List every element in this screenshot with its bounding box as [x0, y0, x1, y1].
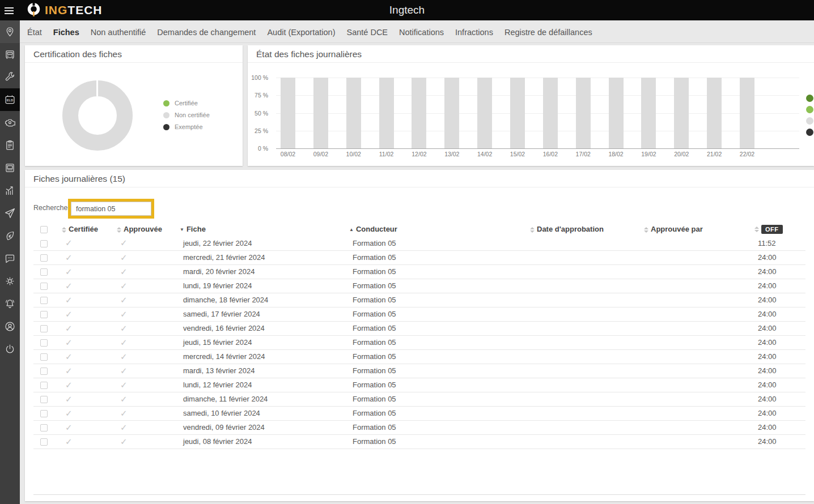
sidebar-item-settings[interactable] — [0, 270, 20, 292]
sidebar-item-profile[interactable] — [0, 315, 20, 338]
tab-notifications[interactable]: Notifications — [393, 22, 450, 42]
conducteur-name: Formation 05 — [346, 434, 527, 449]
tab-registre-de-defaillances[interactable]: Registre de défaillances — [499, 22, 598, 42]
fiche-date: samedi, 17 février 2024 — [176, 307, 346, 321]
sidebar-item-terminal[interactable] — [0, 156, 20, 179]
off-duration: 24:00 — [751, 250, 805, 264]
bar-13-02 — [444, 78, 459, 148]
fiche-date: mercredi, 21 février 2024 — [176, 250, 346, 264]
row-checkbox[interactable] — [40, 325, 48, 332]
row-checkbox[interactable] — [40, 297, 48, 304]
table-row[interactable]: ✓✓jeudi, 08 février 2024Formation 0524:0… — [33, 434, 805, 449]
column-header-approved[interactable]: Approuvée — [113, 222, 176, 236]
table-row[interactable]: ✓✓samedi, 10 février 2024Formation 0524:… — [33, 406, 805, 420]
table-row[interactable]: ✓✓dimanche, 18 février 2024Formation 052… — [33, 293, 805, 307]
sidebar-item-logout[interactable] — [0, 338, 20, 360]
certification-legend: CertifiéeNon certifiéeExemptée — [163, 100, 210, 135]
table-row[interactable]: ✓✓mardi, 13 février 2024Formation 0524:0… — [33, 364, 805, 378]
approved-check-icon: ✓ — [120, 323, 128, 333]
row-checkbox[interactable] — [40, 240, 48, 247]
tab-non-authentifie[interactable]: Non authentifié — [85, 22, 152, 42]
table-row[interactable]: ✓✓mardi, 20 février 2024Formation 0524:0… — [33, 264, 805, 279]
bar-17-02 — [576, 78, 591, 148]
row-checkbox[interactable] — [40, 382, 48, 389]
column-header-approuvee-par[interactable]: Approuvée par — [641, 222, 751, 236]
row-checkbox[interactable] — [40, 353, 48, 361]
table-row[interactable]: ✓✓samedi, 17 février 2024Formation 0524:… — [33, 307, 805, 321]
certified-check-icon: ✓ — [65, 253, 73, 262]
row-checkbox[interactable] — [40, 410, 48, 417]
sidebar-item-vehicles[interactable] — [0, 43, 20, 66]
row-checkbox[interactable] — [40, 339, 48, 347]
table-row[interactable]: ✓✓lundi, 19 février 2024Formation 0524:0… — [33, 279, 805, 293]
x-axis-tick: 11/02 — [374, 151, 400, 157]
table-row[interactable]: ✓✓vendredi, 16 février 2024Formation 052… — [33, 321, 805, 335]
y-axis-tick: 25 % — [248, 127, 268, 134]
approved-check-icon: ✓ — [120, 422, 128, 432]
chat-icon — [4, 253, 16, 264]
conducteur-name: Formation 05 — [346, 264, 527, 279]
row-checkbox[interactable] — [40, 283, 48, 290]
row-checkbox[interactable] — [40, 424, 48, 432]
row-checkbox[interactable] — [40, 254, 48, 262]
date-approbation — [527, 264, 641, 279]
row-checkbox[interactable] — [40, 311, 48, 318]
select-all-header[interactable] — [33, 222, 58, 236]
row-checkbox[interactable] — [40, 368, 48, 375]
column-header-fiche[interactable]: ▼Fiche — [176, 222, 346, 236]
x-axis-tick: 18/02 — [603, 151, 629, 157]
row-checkbox[interactable] — [40, 268, 48, 276]
column-header-date-approbation[interactable]: Date d'approbation — [527, 222, 641, 236]
conducteur-name: Formation 05 — [346, 293, 527, 307]
sidebar-item-alerts[interactable] — [0, 292, 20, 315]
sidebar-item-dispatch[interactable] — [0, 202, 20, 224]
tab-sante-dce[interactable]: Santé DCE — [341, 22, 394, 42]
legend-dot-icon — [163, 112, 169, 118]
tab-infractions[interactable]: Infractions — [450, 22, 499, 42]
x-axis-tick: 09/02 — [308, 151, 334, 157]
eld-logbook-icon: ELD — [4, 94, 16, 106]
search-input[interactable] — [71, 202, 151, 216]
column-header-conducteur[interactable]: ▲Conducteur — [346, 222, 527, 236]
table-row[interactable]: ✓✓lundi, 12 février 2024Formation 0524:0… — [33, 378, 805, 392]
tab-fiches[interactable]: Fiches — [48, 22, 85, 42]
sidebar-item-engine[interactable] — [0, 111, 20, 134]
approved-check-icon: ✓ — [120, 437, 128, 446]
tab-demandes-de-changement[interactable]: Demandes de changement — [151, 22, 261, 42]
date-approbation — [527, 349, 641, 364]
tab-audit-exportation[interactable]: Audit (Exportation) — [261, 22, 341, 42]
table-row[interactable]: ✓✓mercredi, 21 février 2024Formation 052… — [33, 250, 805, 264]
certified-check-icon: ✓ — [65, 366, 73, 375]
table-row[interactable]: ✓✓mercredi, 14 février 2024Formation 052… — [33, 349, 805, 364]
fiche-date: dimanche, 11 février 2024 — [176, 392, 346, 406]
row-checkbox[interactable] — [40, 438, 48, 446]
sidebar-item-inspections[interactable] — [0, 134, 20, 156]
sidebar-item-stats[interactable] — [0, 179, 20, 202]
x-axis-tick: 13/02 — [439, 151, 465, 157]
approuvee-par — [641, 378, 751, 392]
table-row[interactable]: ✓✓dimanche, 11 février 2024Formation 052… — [33, 392, 805, 406]
sidebar-item-messages[interactable] — [0, 247, 20, 270]
sidebar-item-maintenance[interactable] — [0, 66, 20, 88]
sidebar-item-eld[interactable]: ELD — [0, 88, 20, 111]
tab-etat[interactable]: État — [22, 22, 48, 42]
chart-legend-dot-icon — [806, 106, 813, 113]
sidebar-item-map[interactable] — [0, 20, 20, 43]
row-checkbox[interactable] — [40, 396, 48, 403]
x-axis-tick: 21/02 — [701, 151, 727, 157]
bar-18-02 — [609, 78, 624, 148]
sort-both-icon — [117, 227, 121, 233]
column-header-certified[interactable]: Certifiée — [58, 222, 113, 236]
select-all-checkbox[interactable] — [40, 226, 48, 233]
approuvee-par — [641, 335, 751, 349]
table-row[interactable]: ✓✓vendredi, 09 février 2024Formation 052… — [33, 420, 805, 434]
approved-check-icon: ✓ — [120, 394, 128, 404]
table-row[interactable]: ✓✓jeudi, 15 février 2024Formation 0524:0… — [33, 335, 805, 349]
legend-item-non-certifiee: Non certifiée — [163, 112, 210, 118]
table-row[interactable]: ✓✓jeudi, 22 février 2024Formation 0511:5… — [33, 236, 805, 250]
approved-check-icon: ✓ — [120, 352, 128, 361]
sort-both-icon — [754, 227, 759, 232]
sidebar-item-eco[interactable] — [0, 224, 20, 247]
certified-check-icon: ✓ — [65, 309, 73, 319]
column-header-off[interactable]: OFF — [751, 222, 805, 236]
